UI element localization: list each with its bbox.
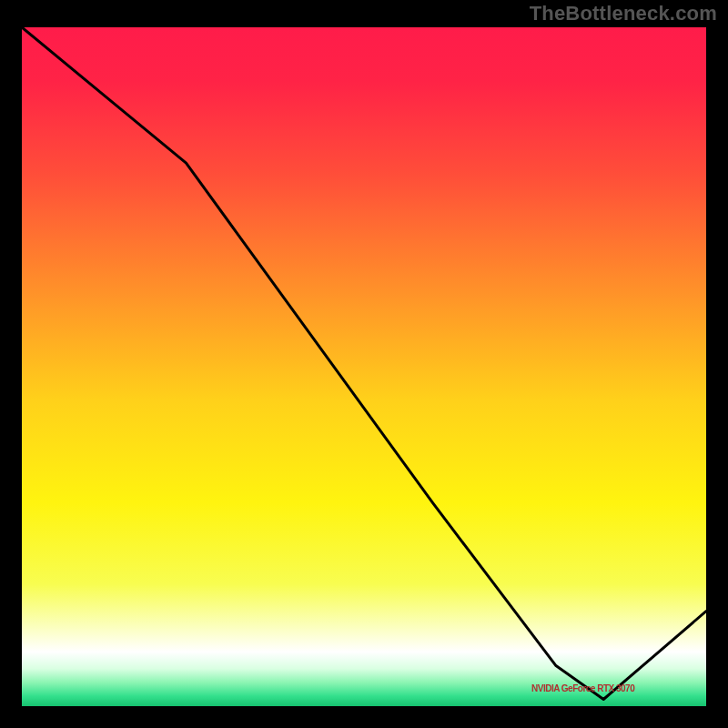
bottleneck-curve <box>22 27 706 706</box>
chart-root: TheBottleneck.com NVIDIA GeForce RTX 307… <box>0 0 728 728</box>
plot-frame: NVIDIA GeForce RTX 3070 <box>22 27 706 706</box>
attribution-text: TheBottleneck.com <box>530 2 717 25</box>
optimal-gpu-marker: NVIDIA GeForce RTX 3070 <box>529 683 638 693</box>
plot-area: NVIDIA GeForce RTX 3070 <box>22 27 706 706</box>
